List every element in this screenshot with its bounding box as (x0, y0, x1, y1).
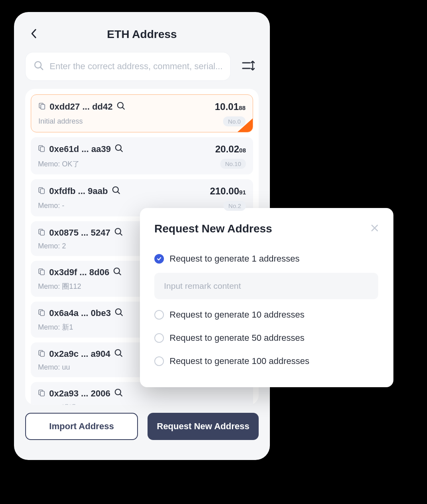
memo-label: Initial address (38, 117, 83, 126)
generate-option[interactable]: Request to generate 1 addresses (154, 247, 379, 270)
address-text: 0x6a4a ... 0be3 (49, 308, 111, 318)
copy-icon[interactable] (38, 145, 45, 154)
magnify-icon[interactable] (115, 308, 124, 318)
magnify-icon[interactable] (114, 349, 123, 359)
svg-line-19 (120, 233, 122, 235)
no-badge: No.0 (223, 116, 245, 126)
svg-rect-9 (40, 147, 44, 152)
sort-button[interactable] (239, 56, 259, 76)
radio-icon (154, 254, 164, 264)
svg-rect-13 (40, 189, 44, 194)
svg-rect-33 (40, 391, 44, 396)
svg-rect-5 (41, 104, 45, 109)
magnify-icon[interactable] (114, 388, 123, 399)
back-button[interactable] (30, 28, 38, 41)
modal-title: Request New Address (154, 222, 272, 235)
memo-label: Memo: 2 (38, 242, 66, 250)
address-text: 0x2a93 ... 2006 (49, 388, 110, 399)
svg-rect-21 (40, 270, 44, 275)
search-box[interactable] (25, 52, 231, 81)
close-icon[interactable] (370, 224, 379, 234)
no-badge: No.10 (220, 159, 246, 169)
search-icon (34, 60, 44, 72)
svg-line-31 (120, 354, 122, 356)
import-address-button[interactable]: Import Address (25, 413, 138, 440)
balance-value: 10.0188 (215, 101, 245, 112)
radio-icon (154, 356, 164, 366)
memo-label: Memo: uu (38, 363, 70, 372)
magnify-icon[interactable] (115, 144, 124, 154)
address-text: 0xdd27 ... dd42 (50, 102, 113, 112)
address-text: 0x2a9c ... a904 (49, 349, 110, 359)
address-text: 0xe61d ... aa39 (49, 144, 111, 154)
address-text: 0xfdfb ... 9aab (49, 186, 108, 196)
balance-value: 210.0091 (210, 186, 246, 197)
copy-icon[interactable] (38, 187, 45, 196)
svg-rect-29 (40, 352, 44, 356)
svg-line-23 (119, 273, 121, 275)
remark-input[interactable] (154, 273, 378, 299)
search-row (25, 52, 259, 81)
address-text: 0x0875 ... 5247 (49, 228, 110, 238)
svg-line-15 (118, 192, 120, 194)
copy-icon[interactable] (38, 228, 45, 237)
copy-icon[interactable] (38, 102, 46, 111)
search-input[interactable] (50, 61, 222, 72)
svg-line-7 (122, 107, 124, 109)
svg-rect-25 (40, 311, 44, 316)
magnify-icon[interactable] (112, 186, 121, 196)
copy-icon[interactable] (38, 350, 45, 358)
memo-label: Memo: 新1 (38, 322, 73, 332)
copy-icon[interactable] (38, 389, 45, 398)
bottom-actions: Import Address Request New Address (25, 413, 259, 440)
radio-icon (154, 333, 164, 343)
memo-label: Memo: OK了 (38, 159, 80, 169)
request-new-address-button[interactable]: Request New Address (148, 413, 259, 440)
modal-header: Request New Address (154, 222, 379, 235)
magnify-icon[interactable] (117, 102, 126, 112)
magnify-icon[interactable] (113, 267, 122, 278)
copy-icon[interactable] (38, 309, 45, 318)
request-new-address-modal: Request New Address Request to generate … (140, 208, 393, 387)
magnify-icon[interactable] (114, 228, 123, 238)
address-card[interactable]: 0xe61d ... aa3920.0208Memo: OK了No.10 (31, 137, 253, 174)
svg-line-11 (120, 150, 122, 152)
option-label: Request to generate 100 addresses (170, 356, 309, 366)
generate-option[interactable]: Request to generate 50 addresses (154, 326, 379, 350)
option-label: Request to generate 10 addresses (170, 310, 305, 320)
page-title: ETH Address (107, 28, 177, 41)
svg-line-35 (120, 394, 122, 396)
generate-option[interactable]: Request to generate 100 addresses (154, 350, 379, 373)
generate-option[interactable]: Request to generate 10 addresses (154, 303, 379, 326)
address-card[interactable]: 0xdd27 ... dd4210.0188Initial addressNo.… (31, 94, 253, 132)
address-text: 0x3d9f ... 8d06 (49, 267, 109, 278)
svg-line-27 (120, 314, 122, 316)
option-label: Request to generate 1 addresses (170, 254, 299, 264)
no-badge: No.2 (223, 201, 246, 211)
memo-label: Memo: 圈112 (38, 282, 81, 291)
memo-label: Memo: 哦哦 (38, 403, 76, 405)
svg-line-1 (40, 67, 43, 70)
svg-rect-17 (40, 230, 44, 235)
copy-icon[interactable] (38, 268, 45, 277)
option-label: Request to generate 50 addresses (170, 333, 305, 343)
header: ETH Address (25, 23, 259, 46)
memo-label: Memo: - (38, 202, 64, 210)
balance-value: 20.0208 (215, 144, 246, 155)
radio-icon (154, 310, 164, 320)
